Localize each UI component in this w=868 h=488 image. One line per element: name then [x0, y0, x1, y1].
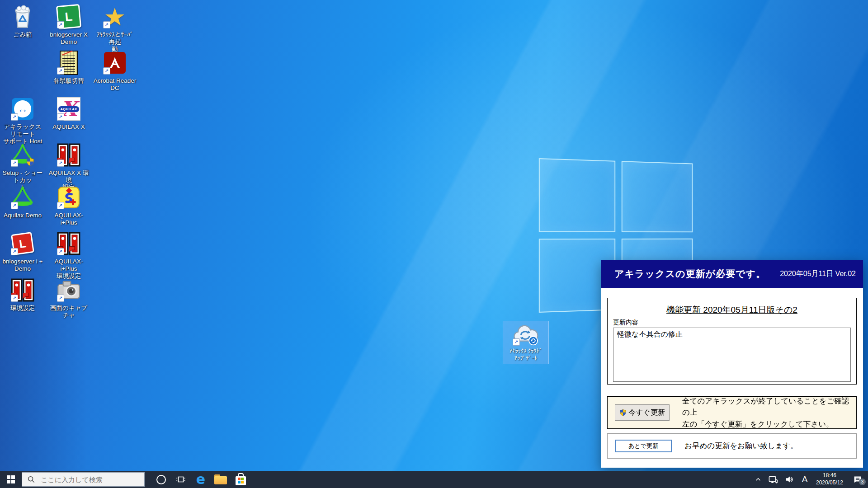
clock[interactable]: 18:46 2020/05/12	[812, 471, 847, 488]
update-later-button[interactable]: あとで更新	[615, 440, 672, 452]
task-view-button[interactable]	[171, 471, 191, 488]
shortcut-arrow-icon: ↗	[57, 202, 64, 209]
cortana-icon	[156, 475, 166, 484]
shortcut-arrow-icon: ↗	[11, 113, 18, 121]
desktop-icon-prefecture-switch[interactable]: ↗ 各県版切替	[47, 50, 90, 84]
action-center-button[interactable]: 3	[847, 471, 868, 488]
shortcut-arrow-icon: ↗	[57, 21, 64, 28]
desktop-icon-label: Aquilax Demo	[4, 212, 42, 219]
desktop-icon-screen-capture[interactable]: ↗ 画面のキャプチャ	[47, 277, 90, 319]
shortcut-arrow-icon: ↗	[57, 160, 64, 167]
edge-icon: e	[196, 473, 205, 486]
shortcut-arrow-icon: ↗	[11, 248, 18, 255]
file-explorer-button[interactable]	[211, 471, 231, 488]
desktop-icon-bnlogserver-i-demo[interactable]: L↗ bnlogserver i + Demo	[1, 230, 44, 272]
desktop-icon-bnlogserver-x-demo[interactable]: L↗ bnlogserver X Demo	[47, 4, 90, 46]
desktop-icon-remote-support-host[interactable]: ↔↗ アキラックス リモート サポート Host	[1, 96, 44, 145]
desktop-icon-aquilax-demo[interactable]: ↗ Aquilax Demo	[1, 184, 44, 219]
shortcut-arrow-icon: ↗	[11, 295, 18, 302]
network-icon	[768, 474, 778, 485]
update-detail-link[interactable]: 機能更新 2020年05月11日版その2	[608, 304, 856, 316]
task-view-icon	[176, 474, 186, 484]
desktop-icon-label: 各県版切替	[53, 77, 84, 84]
windows-logo-pane	[622, 161, 693, 232]
system-tray: A 18:46 2020/05/12 3	[751, 471, 868, 488]
desktop-icon-label: bnlogserver X Demo	[50, 31, 87, 46]
shortcut-arrow-icon: ↗	[57, 248, 64, 255]
desktop-icon-label: Acrobat Reader DC	[94, 77, 137, 92]
update-now-button[interactable]: 今すぐ更新	[615, 404, 670, 421]
shortcut-arrow-icon: ↗	[11, 160, 18, 167]
shortcut-arrow-icon: ↗	[57, 113, 64, 121]
volume-status[interactable]	[781, 471, 797, 488]
update-dialog: アキラックスの更新が必要です。 2020年05月11日 Ver.02 機能更新 …	[601, 260, 863, 468]
windows-logo-pane	[539, 158, 615, 232]
desktop-icon-label: ごみ箱	[13, 31, 32, 38]
desktop-icon-label: 環境設定	[10, 305, 35, 312]
dialog-titlebar: アキラックスの更新が必要です。 2020年05月11日 Ver.02	[601, 260, 863, 288]
shortcut-arrow-icon: ↗	[103, 21, 110, 28]
desktop-icon-aquilax-iplus[interactable]: ↗ AQUILAX-i+Plus	[47, 184, 90, 226]
recycle-bin-icon	[10, 5, 35, 29]
shortcut-arrow-icon: ↗	[11, 202, 18, 209]
taskbar: e A 18:46 2020/05/12	[0, 471, 868, 488]
desktop-icon-label: AQUILAX X	[52, 123, 85, 131]
clock-time: 18:46	[823, 472, 836, 479]
desktop-icon-label: 画面のキャプチャ	[47, 305, 90, 319]
ime-mode-indicator[interactable]: A	[797, 471, 812, 488]
cortana-button[interactable]	[151, 471, 171, 488]
network-status[interactable]	[765, 471, 781, 488]
chevron-up-icon	[754, 475, 762, 483]
edge-button[interactable]: e	[191, 471, 211, 488]
uac-shield-icon	[619, 409, 627, 416]
desktop-icon-settings[interactable]: ↗ 環境設定	[1, 277, 44, 312]
desktop-icon-cloud-update-selected[interactable]: ↗ ｱｷﾗｯｸｽ ｸﾗｳﾄﾞ ｱｯﾌﾟﾃﾞｰﾄ	[503, 321, 549, 364]
store-icon	[236, 476, 246, 485]
dialog-version: 2020年05月11日 Ver.02	[780, 269, 856, 279]
dialog-title: アキラックスの更新が必要です。	[614, 267, 766, 280]
desktop-icon-label: bnlogserver i + Demo	[3, 258, 43, 272]
desktop-icon-recycle-bin[interactable]: ごみ箱	[1, 4, 44, 38]
store-button[interactable]	[231, 471, 250, 488]
shortcut-arrow-icon: ↗	[513, 338, 520, 346]
desktop-icon-aquilax-iplus-settings[interactable]: ↗ AQUILAX-i+Plus 環境設定	[47, 230, 90, 280]
shortcut-arrow-icon: ↗	[57, 295, 64, 302]
clock-date: 2020/05/12	[816, 479, 843, 487]
taskbar-search-box[interactable]	[22, 472, 145, 487]
shortcut-arrow-icon: ↗	[57, 67, 64, 75]
desktop-icon-acrobat-reader[interactable]: ↗ Acrobat Reader DC	[93, 50, 137, 92]
start-icon	[7, 475, 15, 483]
volume-icon	[784, 474, 794, 484]
start-button[interactable]	[0, 471, 22, 488]
update-later-note: お早めの更新をお願い致します。	[684, 441, 798, 451]
search-input[interactable]	[40, 475, 137, 484]
desktop-icon-label: AQUILAX-i+Plus	[47, 212, 90, 226]
notification-count-badge: 3	[859, 479, 866, 485]
update-content-label: 更新内容	[613, 319, 638, 327]
setup-shield-icon	[26, 157, 35, 166]
update-later-panel: あとで更新 お早めの更新をお願い致します。	[607, 433, 857, 459]
desktop-icon-aquilax-server-restart[interactable]: ★↗ ｱｷﾗｯｸｽとｻｰﾊﾞ 再起 動	[93, 4, 137, 53]
shortcut-arrow-icon: ↗	[103, 67, 110, 75]
search-icon	[27, 475, 35, 483]
update-now-panel: 今すぐ更新 全てのアキラックスが終了していることをご確認の上 左の「今すぐ更新」…	[607, 396, 857, 429]
desktop-icon-aquilax-x[interactable]: XAQUILAX↗ AQUILAX X	[47, 96, 90, 131]
file-explorer-icon	[214, 474, 227, 484]
desktop-icon-label: ｱｷﾗｯｸｽ ｸﾗｳﾄﾞ ｱｯﾌﾟﾃﾞｰﾄ	[509, 348, 542, 362]
hidden-icons-button[interactable]	[751, 471, 765, 488]
update-notes-textarea[interactable]: 軽微な不具合の修正	[613, 328, 851, 382]
update-now-note: 全てのアキラックスが終了していることをご確認の上 左の「今すぐ更新」をクリックし…	[682, 395, 856, 430]
update-info-panel: 機能更新 2020年05月11日版その2 更新内容 軽微な不具合の修正	[607, 298, 857, 385]
